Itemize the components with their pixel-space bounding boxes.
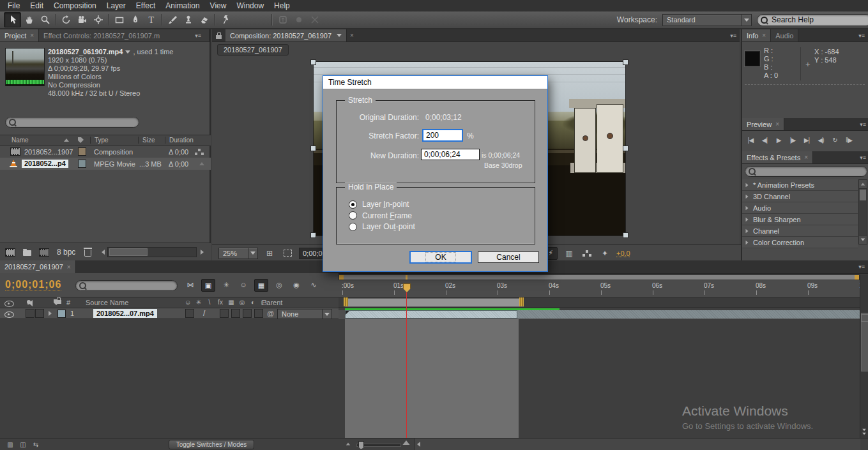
menu-item[interactable]: Edit: [25, 1, 49, 10]
radio-icon[interactable]: [349, 223, 357, 231]
label-color-chip[interactable]: [78, 160, 86, 168]
expander-icon[interactable]: [746, 229, 749, 232]
comp-marker-bin-icon[interactable]: [861, 314, 868, 322]
interpret-footage-icon[interactable]: [5, 248, 15, 257]
rotation-tool[interactable]: [58, 13, 74, 27]
radio-option[interactable]: Layer Out-point: [349, 222, 415, 231]
new-duration-field[interactable]: 0;00;06;24: [421, 149, 480, 160]
scroll-left-icon[interactable]: [417, 442, 420, 447]
trash-icon[interactable]: [84, 250, 91, 257]
tab-audio[interactable]: Audio: [771, 29, 798, 41]
navigator-start-handle[interactable]: [339, 275, 344, 280]
layer-label-chip[interactable]: [57, 310, 66, 318]
scroll-right-icon[interactable]: [201, 250, 204, 255]
switch-column-icon[interactable]: ✳: [195, 299, 202, 306]
selection-handle[interactable]: [310, 59, 316, 65]
menu-item[interactable]: View: [205, 1, 232, 10]
close-icon[interactable]: ×: [804, 154, 808, 161]
layer-shy-switch[interactable]: [185, 309, 194, 318]
lock-icon[interactable]: [212, 29, 225, 41]
menu-item[interactable]: Help: [269, 1, 295, 10]
switch-column-icon[interactable]: ☺: [184, 299, 192, 306]
effects-category-row[interactable]: Channel: [742, 225, 858, 237]
panel-menu-icon[interactable]: ▾≡: [855, 29, 868, 41]
zoom-out-mountain-icon[interactable]: [346, 443, 350, 446]
panel-menu-icon[interactable]: ▾≡: [855, 260, 868, 273]
layer-3d-switch[interactable]: [254, 309, 263, 318]
source-name-column[interactable]: Source Name: [86, 299, 128, 306]
mini-flowchart-icon[interactable]: [581, 248, 593, 259]
new-folder-icon[interactable]: [23, 250, 31, 256]
color-depth-button[interactable]: 8 bpc: [57, 248, 75, 257]
clone-stamp-tool[interactable]: [180, 13, 196, 27]
work-area-end-handle[interactable]: [519, 297, 524, 306]
radio-icon[interactable]: [349, 200, 357, 209]
close-icon[interactable]: ×: [762, 32, 766, 39]
solo-column-icon[interactable]: [27, 300, 31, 304]
expander-icon[interactable]: [746, 240, 749, 244]
hide-shy-icon[interactable]: ☺: [237, 279, 250, 290]
layer-lock-toggle[interactable]: [35, 309, 44, 318]
project-search-input[interactable]: [5, 117, 139, 128]
frame-blend-icon[interactable]: ▦: [254, 279, 268, 292]
close-icon[interactable]: ×: [347, 29, 357, 41]
pen-tool[interactable]: [127, 13, 143, 27]
auto-keyframe-icon[interactable]: ◉: [290, 279, 303, 290]
layer-frame-blend-switch[interactable]: [231, 309, 240, 318]
tab-composition[interactable]: Composition: 20180527_061907: [225, 29, 347, 41]
radio-icon[interactable]: [349, 211, 357, 220]
puppet-pin-tool[interactable]: [217, 13, 233, 27]
ok-button[interactable]: OK: [409, 251, 472, 264]
menu-item[interactable]: Layer: [102, 1, 131, 10]
motion-blur-icon[interactable]: ◎: [273, 279, 286, 290]
timeline-vertical-scrollbar[interactable]: [860, 274, 868, 438]
menu-item[interactable]: Animation: [160, 1, 204, 10]
selection-handle[interactable]: [623, 59, 628, 65]
column-duration[interactable]: Duration: [165, 137, 194, 144]
zoom-tool[interactable]: [37, 13, 53, 27]
dialog-titlebar[interactable]: Time Stretch: [323, 76, 547, 89]
new-composition-icon[interactable]: [39, 248, 49, 257]
timeline-search-input[interactable]: [75, 280, 178, 291]
radio-option[interactable]: Layer In-point: [349, 200, 409, 209]
switch-column-icon[interactable]: fx: [217, 299, 224, 306]
chevron-down-icon[interactable]: [337, 34, 342, 37]
expand-transfer-controls-icon[interactable]: ◫: [17, 439, 29, 450]
layer-quality-switch[interactable]: /: [203, 309, 205, 318]
selection-handle[interactable]: [623, 232, 628, 238]
audio-toggle-button[interactable]: ◀): [815, 137, 826, 144]
selection-handle[interactable]: [310, 232, 316, 238]
flowchart-icon[interactable]: [198, 149, 201, 151]
zoom-slider-thumb[interactable]: [358, 441, 364, 449]
switch-column-icon[interactable]: ▦: [227, 299, 235, 306]
layer-name[interactable]: 2018052...07.mp4: [93, 309, 157, 318]
expander-icon[interactable]: [746, 194, 749, 198]
effects-category-row[interactable]: Blur & Sharpen: [742, 214, 858, 225]
next-frame-button[interactable]: |▶: [787, 137, 798, 144]
selection-tool[interactable]: [4, 12, 21, 27]
menu-item[interactable]: Composition: [49, 1, 102, 10]
tab-project[interactable]: Project ×: [0, 29, 39, 41]
tab-timeline[interactable]: 20180527_061907 ×: [0, 260, 76, 273]
search-help-box[interactable]: Search Help: [757, 14, 868, 26]
current-time-display[interactable]: 0;00;01;06: [5, 279, 61, 291]
work-area-start-handle[interactable]: [344, 297, 348, 306]
layer-in-point[interactable]: [346, 311, 349, 315]
panel-menu-icon[interactable]: ▾≡: [857, 118, 868, 130]
layer-row[interactable]: 1 2018052...07.mp4 / @ None: [0, 308, 339, 319]
column-name[interactable]: Name: [11, 137, 29, 144]
navigator-end-handle[interactable]: [855, 275, 859, 280]
rectangle-tool[interactable]: [111, 13, 127, 27]
navigator-cti[interactable]: [406, 275, 407, 280]
time-navigator[interactable]: [339, 274, 860, 280]
work-area-bar[interactable]: [345, 298, 524, 307]
table-row-footage[interactable]: 2018052...p4 MPEG Movie ...3 MB Δ 0;00: [0, 158, 211, 170]
hand-tool[interactable]: [21, 13, 37, 27]
unified-camera-tool[interactable]: [74, 13, 90, 27]
footage-thumbnail[interactable]: [5, 48, 45, 86]
eraser-tool[interactable]: [196, 13, 212, 27]
column-type[interactable]: Type: [90, 137, 109, 144]
video-column-icon[interactable]: [4, 301, 14, 307]
radio-option[interactable]: Current Frame: [349, 211, 412, 220]
type-tool[interactable]: T: [143, 13, 159, 27]
